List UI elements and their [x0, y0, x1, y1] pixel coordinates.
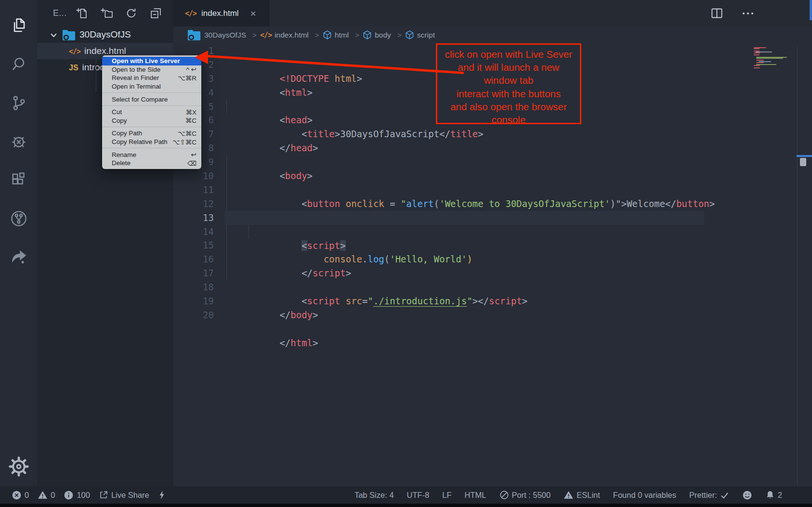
menu-shortcut: ⌫	[187, 159, 196, 167]
context-menu-group: Cut ⌘X Copy ⌘C	[102, 105, 201, 125]
menu-shortcut: ⌘X	[185, 108, 196, 116]
activity-bar-item[interactable]	[0, 122, 37, 161]
tree-root-folder[interactable]: 30DaysOfJS	[37, 26, 173, 43]
menu-shortcut: ^ ↩	[186, 65, 196, 73]
context-menu-item[interactable]: Delete ⌫	[102, 159, 201, 168]
bell-icon	[765, 490, 775, 500]
scrollbar-thumb[interactable]	[800, 158, 806, 166]
status-item[interactable]: 0	[38, 490, 55, 500]
refresh-button[interactable]	[125, 7, 137, 19]
activity-bar-item[interactable]	[0, 7, 37, 45]
status-item[interactable]	[742, 490, 752, 500]
line-number: 16	[173, 252, 214, 266]
status-item[interactable]: Port : 5500	[499, 490, 551, 500]
code-line: 13 <script>	[173, 211, 812, 225]
html-file-icon: </>	[185, 9, 196, 18]
minimap[interactable]	[753, 47, 797, 76]
activity-bar	[0, 0, 37, 486]
breadcrumb-separator: >	[252, 31, 257, 39]
status-item[interactable]: Live Share	[99, 490, 149, 500]
error-icon	[12, 490, 22, 500]
context-menu-item[interactable]: Reveal in Finder ⌥⌘R	[102, 74, 201, 82]
code-line: 18 </body>	[173, 280, 812, 294]
status-item[interactable]: UTF-8	[407, 491, 430, 500]
new-file-button[interactable]	[76, 7, 88, 19]
collapse-all-button[interactable]	[150, 7, 162, 19]
activity-bar-item[interactable]	[0, 199, 37, 238]
tab-close-icon[interactable]: ×	[250, 8, 256, 18]
breadcrumb-item[interactable]: </> index.html >	[260, 31, 319, 39]
line-number: 18	[173, 280, 214, 294]
indent-guide	[96, 59, 96, 92]
activity-bar-item[interactable]	[0, 161, 37, 199]
line-number: 12	[173, 197, 214, 211]
context-menu-item[interactable]: Rename ↩	[102, 150, 201, 159]
explorer-header: E...	[37, 0, 173, 26]
breadcrumb-item[interactable]: html >	[323, 30, 359, 39]
activity-bar-item[interactable]	[0, 45, 37, 84]
overview-ruler-marker	[797, 155, 812, 157]
status-item[interactable]: LF	[442, 491, 451, 500]
context-menu-item[interactable]: Copy ⌘C	[102, 117, 201, 125]
code-token: </	[279, 338, 290, 348]
status-item[interactable]: HTML	[465, 491, 486, 500]
menu-shortcut: ⌥⌘R	[178, 74, 196, 82]
status-item[interactable]: Tab Size: 4	[354, 491, 394, 500]
share-extension-icon	[9, 247, 29, 267]
warning-icon	[38, 490, 48, 500]
tree-item-label: index.html	[84, 46, 126, 56]
html-file-icon: </>	[69, 46, 80, 56]
line-number: 14	[173, 225, 214, 239]
annotation-line: console	[437, 113, 580, 126]
code-line: 15 </script>	[173, 238, 812, 252]
line-number: 19	[173, 294, 214, 308]
js-file-icon: JS	[69, 62, 79, 73]
debug-icon	[9, 132, 28, 151]
tab-bar: </> index.html ×	[173, 0, 812, 26]
menu-shortcut: ⌥⇧⌘C	[172, 138, 196, 146]
info-icon	[64, 490, 74, 500]
breadcrumb-item[interactable]: body >	[363, 30, 402, 39]
tab-index-html[interactable]: </> index.html ×	[173, 0, 270, 26]
status-item[interactable]: Found 0 variables	[613, 491, 676, 500]
cube-icon	[405, 30, 414, 39]
code-line: 10 <button onclick = "alert('Welcome to …	[173, 169, 812, 183]
cube-icon	[363, 30, 372, 39]
status-item[interactable]: 0	[12, 490, 29, 500]
tree-root-label: 30DaysOfJS	[79, 29, 131, 40]
activity-bar-item[interactable]	[0, 238, 37, 276]
context-menu-item[interactable]: Open in Terminal	[102, 82, 201, 91]
more-actions-button[interactable]	[742, 12, 754, 15]
activity-bar-item[interactable]	[0, 84, 37, 122]
code-line: 12	[173, 197, 812, 211]
status-item[interactable]: Prettier:	[689, 491, 729, 500]
context-menu-item[interactable]: Open with Live Server	[102, 57, 201, 65]
extensions-icon	[9, 170, 28, 190]
context-menu-item[interactable]: Cut ⌘X	[102, 108, 201, 117]
context-menu-group: Select for Compare	[102, 92, 201, 104]
new-folder-button[interactable]	[101, 7, 113, 19]
gear-icon	[9, 456, 29, 477]
status-item[interactable]: 2	[765, 490, 782, 500]
context-menu-item[interactable]: Copy Relative Path ⌥⇧⌘C	[102, 138, 201, 146]
status-item[interactable]: 100	[64, 490, 90, 500]
menu-shortcut: ↩	[191, 151, 196, 158]
minimap-divider	[797, 47, 798, 486]
menu-shortcut: ⌥⌘C	[178, 130, 196, 137]
context-menu-item[interactable]: Select for Compare	[102, 95, 201, 104]
code-line: 19	[173, 294, 812, 308]
status-item[interactable]: ESLint	[563, 490, 600, 500]
context-menu-item[interactable]: Copy Path ⌥⌘C	[102, 129, 201, 138]
code-line: 7	[173, 127, 812, 141]
code-token: html	[290, 338, 313, 348]
breadcrumb-item[interactable]: script	[405, 30, 435, 39]
bolt-icon	[158, 490, 167, 500]
context-menu-item[interactable]: Open to the Side ^ ↩	[102, 65, 201, 74]
split-editor-button[interactable]	[710, 7, 723, 20]
folder-icon	[187, 28, 201, 41]
line-number: 20	[173, 308, 214, 322]
status-item[interactable]	[158, 490, 167, 500]
breadcrumb-separator: >	[315, 31, 319, 39]
settings-gear-button[interactable]	[0, 456, 37, 477]
breadcrumb-item[interactable]: 30DaysOfJS >	[187, 28, 257, 41]
